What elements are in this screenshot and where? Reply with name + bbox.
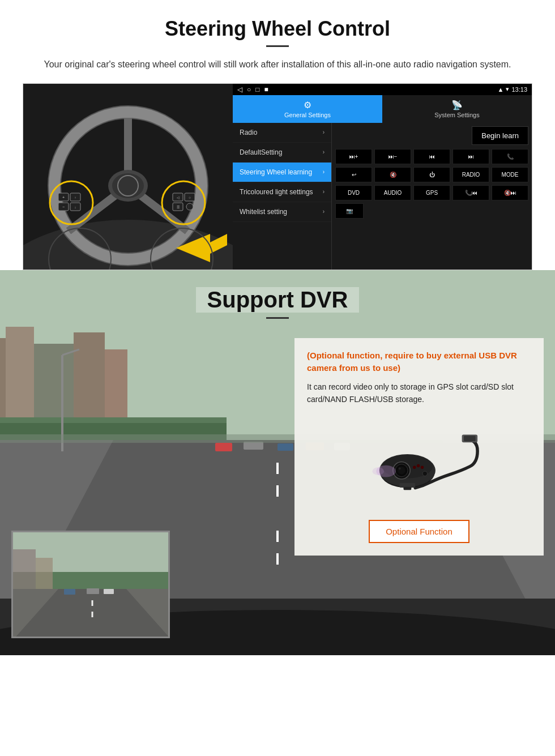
back-icon: ◁ <box>237 86 242 93</box>
tab-general-settings[interactable]: ⚙ General Settings <box>233 95 382 123</box>
svg-rect-60 <box>87 588 99 594</box>
tab-general-label: General Settings <box>284 112 331 118</box>
steering-section: Steering Wheel Control Your original car… <box>0 0 555 270</box>
status-bar: ◁ ○ □ ■ ▲ ▾ 13:13 <box>233 84 532 95</box>
svg-rect-62 <box>13 549 36 589</box>
steering-subtitle: Your original car's steering wheel contr… <box>23 57 532 72</box>
menu-steering-label: Steering Wheel learning <box>240 168 312 176</box>
recents-icon: □ <box>255 86 259 93</box>
svg-point-78 <box>422 472 427 476</box>
steering-wheel-photo: + − ↑ ↓ ◁ ☰ ○ <box>23 84 233 270</box>
dvr-title: Support DVR <box>196 287 360 313</box>
svg-rect-63 <box>36 558 53 589</box>
demo-area: + − ↑ ↓ ◁ ☰ ○ <box>23 83 532 270</box>
chevron-icon: › <box>323 189 325 195</box>
vol-down-btn[interactable]: ⏭− <box>374 149 411 164</box>
svg-rect-44 <box>244 442 263 450</box>
control-panel: Begin learn ⏭+ ⏭− ⏮ ⏭ 📞 ↩ 🔇 ⏻ <box>332 123 532 270</box>
gps-btn[interactable]: GPS <box>413 185 450 200</box>
chevron-icon: › <box>323 149 325 155</box>
svg-point-73 <box>413 466 416 469</box>
menu-item-defaultsetting[interactable]: DefaultSetting › <box>233 143 331 163</box>
audio-btn[interactable]: AUDIO <box>374 185 411 200</box>
prev-btn[interactable]: ⏮ <box>413 149 450 164</box>
camera-btn[interactable]: 📷 <box>335 203 364 219</box>
svg-point-10 <box>118 176 138 196</box>
system-icon: 📡 <box>451 100 463 110</box>
menu-item-whitelist[interactable]: Whitelist setting › <box>233 202 331 222</box>
tab-system-label: System Settings <box>434 112 479 118</box>
dvd-btn[interactable]: DVD <box>335 185 372 200</box>
phone-prev-btn[interactable]: 📞⏮ <box>452 185 489 200</box>
svg-text:+: + <box>62 195 65 199</box>
svg-rect-43 <box>215 443 232 451</box>
svg-rect-61 <box>104 589 114 594</box>
menu-item-tricoloured[interactable]: Tricoloured light settings › <box>233 182 331 202</box>
svg-point-80 <box>373 468 385 476</box>
mute-next-btn[interactable]: 🔇⏭ <box>492 185 528 200</box>
svg-point-74 <box>417 464 420 468</box>
mode-btn[interactable]: MODE <box>492 167 528 182</box>
dvr-description: It can record video only to storage in G… <box>307 381 531 406</box>
svg-rect-59 <box>64 589 75 595</box>
svg-point-72 <box>399 468 401 470</box>
dvr-camera-image <box>307 415 531 511</box>
menu-radio-label: Radio <box>240 129 257 136</box>
optional-function-button[interactable]: Optional Function <box>369 520 469 543</box>
menu-whitelist-label: Whitelist setting <box>240 208 287 216</box>
svg-text:☰: ☰ <box>177 206 180 209</box>
dvr-background: Support DVR <box>0 270 555 655</box>
menu-tricoloured-label: Tricoloured light settings <box>240 188 313 196</box>
chevron-icon: › <box>323 129 325 135</box>
svg-rect-65 <box>464 436 476 442</box>
dvr-overlay: (Optional function, require to buy exter… <box>294 338 544 556</box>
status-time: 13:13 <box>511 86 527 93</box>
mute-btn[interactable]: 🔇 <box>374 167 411 182</box>
home-icon: ○ <box>247 86 251 93</box>
hang-up-btn[interactable]: ↩ <box>335 167 372 182</box>
phone-btn[interactable]: 📞 <box>492 149 528 164</box>
menu-icon: ■ <box>264 86 268 93</box>
svg-point-75 <box>421 466 424 469</box>
menu-item-radio[interactable]: Radio › <box>233 123 331 143</box>
tab-system-settings[interactable]: 📡 System Settings <box>382 95 532 123</box>
dvr-divider <box>266 317 289 319</box>
dvr-section: Support DVR <box>0 270 555 655</box>
nav-icons: ◁ ○ □ ■ <box>237 86 268 93</box>
control-row-4: 📷 <box>335 203 528 219</box>
android-panel: ◁ ○ □ ■ ▲ ▾ 13:13 ⚙ General Settings 📡 S… <box>233 84 532 270</box>
wifi-icon: ▾ <box>506 86 509 93</box>
svg-text:↑: ↑ <box>75 196 76 199</box>
svg-text:○: ○ <box>189 196 191 199</box>
begin-learn-button[interactable]: Begin learn <box>472 126 528 145</box>
next-btn[interactable]: ⏭ <box>452 149 489 164</box>
control-row-1: ⏭+ ⏭− ⏮ ⏭ 📞 <box>335 149 528 164</box>
android-content: Radio › DefaultSetting › Steering Wheel … <box>233 123 532 270</box>
svg-rect-45 <box>278 443 293 451</box>
svg-point-27 <box>186 203 193 210</box>
vol-up-btn[interactable]: ⏭+ <box>335 149 372 164</box>
dvr-title-area: Support DVR <box>0 270 555 324</box>
title-divider <box>266 45 289 47</box>
svg-text:◁: ◁ <box>177 196 180 199</box>
svg-text:↓: ↓ <box>75 206 76 209</box>
camera-preview <box>11 531 170 638</box>
svg-text:−: − <box>62 205 65 209</box>
steering-title: Steering Wheel Control <box>23 17 532 41</box>
signal-icon: ▲ <box>498 86 504 93</box>
control-row-3: DVD AUDIO GPS 📞⏮ 🔇⏭ <box>335 185 528 200</box>
menu-list: Radio › DefaultSetting › Steering Wheel … <box>233 123 332 270</box>
control-row-2: ↩ 🔇 ⏻ RADIO MODE <box>335 167 528 182</box>
power-btn[interactable]: ⏻ <box>413 167 450 182</box>
chevron-icon: › <box>323 169 325 175</box>
menu-item-steering-learning[interactable]: Steering Wheel learning › <box>233 163 331 182</box>
android-tabs: ⚙ General Settings 📡 System Settings <box>233 95 532 123</box>
dvr-optional-text: (Optional function, require to buy exter… <box>307 349 531 375</box>
svg-rect-77 <box>404 487 412 490</box>
settings-icon: ⚙ <box>304 100 311 110</box>
radio-btn[interactable]: RADIO <box>452 167 489 182</box>
chevron-icon: › <box>323 208 325 215</box>
camera-preview-inner <box>13 532 168 637</box>
menu-default-label: DefaultSetting <box>240 148 282 156</box>
